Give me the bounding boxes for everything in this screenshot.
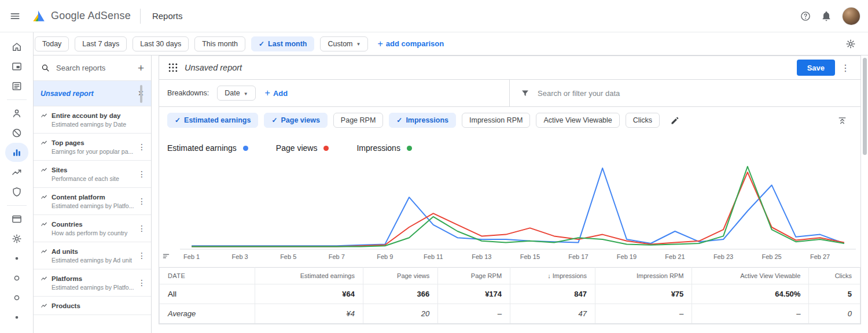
col-header-label: Active View Viewable <box>740 272 800 279</box>
rail-home-icon[interactable] <box>5 37 28 56</box>
rail-circle-icon[interactable] <box>5 268 28 287</box>
col-header-active-view-viewable[interactable]: Active View Viewable <box>692 268 809 284</box>
metric-chip-page-views[interactable]: ✓Page views <box>264 113 327 128</box>
sidebar-item-unsaved-report[interactable]: Unsaved report ✕ <box>34 81 151 106</box>
rail-reports-icon[interactable] <box>5 143 28 162</box>
add-comparison-button[interactable]: + add comparison <box>377 39 444 49</box>
help-button[interactable] <box>795 6 816 27</box>
col-header-label: Impressions <box>553 272 587 279</box>
sidebar-item-content-platform[interactable]: Content platformEstimated earnings by Pl… <box>34 188 151 215</box>
more-vert-icon[interactable]: ⋮ <box>138 142 146 151</box>
chart-plot <box>180 163 856 250</box>
date-chip-last-month[interactable]: ✓Last month <box>251 36 314 51</box>
rail-circle-icon[interactable] <box>5 288 28 307</box>
add-comparison-label: add comparison <box>386 39 444 48</box>
custom-report-icon <box>41 112 47 119</box>
date-chip-today[interactable]: Today <box>35 36 69 51</box>
date-range-chips: TodayLast 7 daysLast 30 daysThis month✓L… <box>35 36 368 51</box>
search-reports-field[interactable]: Search reports + <box>34 56 151 81</box>
col-header-impressions[interactable]: ↓Impressions <box>510 268 595 284</box>
col-header-clicks[interactable]: Clicks <box>809 268 860 284</box>
gear-icon <box>845 38 856 50</box>
rail-divider <box>7 205 27 206</box>
date-chip-last-30-days[interactable]: Last 30 days <box>133 36 189 51</box>
date-chip-label: Last month <box>268 40 307 48</box>
filter-bar[interactable]: Search or filter your data <box>510 80 860 106</box>
rail-divider <box>7 99 27 100</box>
metric-chips: ✓Estimated earnings✓Page viewsPage RPM✓I… <box>167 113 660 128</box>
more-vert-icon[interactable]: ⋮ <box>138 251 146 260</box>
metric-chip-estimated-earnings[interactable]: ✓Estimated earnings <box>167 113 258 128</box>
report-item-title: Ad units <box>52 248 78 255</box>
axis-menu-icon[interactable] <box>162 252 170 260</box>
main-menu-button[interactable] <box>5 6 25 27</box>
date-chip-last-7-days[interactable]: Last 7 days <box>75 36 127 51</box>
date-chip-this-month[interactable]: This month <box>194 36 245 51</box>
x-tick-label: Feb 15 <box>520 253 540 260</box>
sidebar-item-entire-account-by-day[interactable]: Entire account by dayEstimated earnings … <box>34 106 151 134</box>
col-header-page-views[interactable]: Page views <box>363 268 437 284</box>
legend-estimated-earnings[interactable]: Estimated earnings <box>167 143 248 153</box>
new-report-plus-icon[interactable]: + <box>138 62 144 75</box>
x-tick-label: Feb 11 <box>424 253 443 260</box>
value-cell: ¥4 <box>255 304 363 324</box>
col-header-impression-rpm[interactable]: Impression RPM <box>595 268 692 284</box>
rail-ad-unit-icon[interactable] <box>5 57 28 76</box>
metric-chip-impression-rpm[interactable]: Impression RPM <box>462 113 530 128</box>
legend-impressions[interactable]: Impressions <box>356 143 411 153</box>
sidebar-item-countries[interactable]: CountriesHow ads perform by country⋮ <box>34 215 151 242</box>
rail-settings-icon[interactable] <box>5 229 28 248</box>
report-item-subtitle: Estimated earnings by Platfo... <box>52 202 144 209</box>
more-vert-icon[interactable]: ⋮ <box>138 224 146 233</box>
col-header-page-rpm[interactable]: Page RPM <box>438 268 510 284</box>
sidebar-item-top-pages[interactable]: Top pagesEarnings for your popular pa...… <box>34 134 151 161</box>
metric-chip-impressions[interactable]: ✓Impressions <box>389 113 456 128</box>
metric-chip-active-view-viewable[interactable]: Active View Viewable <box>536 113 619 128</box>
breakdown-date-chip[interactable]: Date ▼ <box>217 86 255 101</box>
check-icon: ✓ <box>271 116 277 124</box>
rail-policy-icon[interactable] <box>5 182 28 201</box>
metric-chip-clicks[interactable]: Clicks <box>626 113 660 128</box>
sidebar-item-platforms[interactable]: PlatformsEstimated earnings by Platfo...… <box>34 269 151 297</box>
rail-blocking-icon[interactable] <box>5 123 28 142</box>
sidebar-item-products[interactable]: Products <box>34 297 151 315</box>
custom-report-icon <box>41 194 47 201</box>
col-header-estimated-earnings[interactable]: Estimated earnings <box>255 268 363 284</box>
report-card: Unsaved report Save ⋮ Breakdowns: <box>159 56 861 324</box>
collapse-chart-button[interactable] <box>832 110 852 131</box>
sidebar-scrollbar[interactable] <box>140 85 142 103</box>
chart-line-page-views <box>192 172 844 247</box>
sidebar-item-ad-units[interactable]: Ad unitsEstimated earnings by Ad unit⋮ <box>34 242 151 269</box>
report-settings-button[interactable] <box>840 34 861 54</box>
sidebar-item-sites[interactable]: SitesPerformance of each site⋮ <box>34 161 151 188</box>
notifications-button[interactable] <box>816 6 837 27</box>
metrics-row: ✓Estimated earnings✓Page viewsPage RPM✓I… <box>159 107 860 134</box>
col-header-date[interactable]: DATE <box>160 268 255 284</box>
more-vert-icon[interactable]: ⋮ <box>138 169 146 179</box>
more-vert-icon[interactable]: ⋮ <box>138 278 146 287</box>
rail-payments-icon[interactable] <box>5 209 28 228</box>
add-breakdown-button[interactable]: + Add <box>265 88 288 98</box>
rail-optimization-icon[interactable] <box>5 162 28 182</box>
more-vert-icon[interactable]: ⋮ <box>138 197 146 206</box>
date-chip-custom[interactable]: Custom▼ <box>320 36 368 51</box>
save-button[interactable]: Save <box>797 60 835 76</box>
user-avatar[interactable] <box>843 8 860 25</box>
rail-dot-icon[interactable] <box>5 249 28 268</box>
table-row-average[interactable]: Average¥420–47––0 <box>160 304 860 324</box>
report-title: Unsaved report <box>185 63 242 72</box>
legend-label: Impressions <box>356 143 400 153</box>
metric-chip-page-rpm[interactable]: Page RPM <box>333 113 383 128</box>
value-cell: – <box>595 304 692 324</box>
rail-sites-icon[interactable] <box>5 76 28 95</box>
edit-metrics-button[interactable] <box>664 110 685 131</box>
x-tick-label: Feb 3 <box>232 253 248 260</box>
app-name: Google AdSense <box>51 10 131 22</box>
legend-page-views[interactable]: Page views <box>276 143 329 153</box>
rail-account-icon[interactable] <box>5 103 28 123</box>
rail-dot-icon[interactable] <box>5 308 28 327</box>
report-more-button[interactable]: ⋮ <box>835 57 856 78</box>
main-scrollbar[interactable] <box>863 58 867 155</box>
chart-line-estimated-earnings <box>192 168 844 246</box>
table-row-all[interactable]: All¥64366¥174847¥7564.50%5 <box>160 284 860 304</box>
